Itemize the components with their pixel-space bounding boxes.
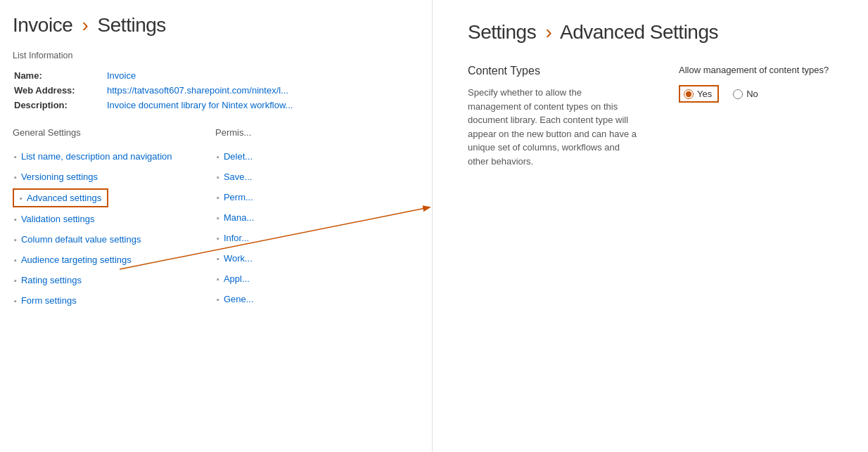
list-item-gene[interactable]: Gene... bbox=[215, 289, 418, 309]
link-rating[interactable]: Rating settings bbox=[21, 275, 82, 285]
radio-yes-wrapper: Yes bbox=[679, 85, 719, 103]
content-types-description: Specify whether to allow the management … bbox=[468, 86, 637, 168]
list-item-column-default[interactable]: Column default value settings bbox=[13, 229, 215, 250]
radio-yes-label: Yes bbox=[697, 89, 712, 99]
right-title-advanced: Advanced Settings bbox=[560, 21, 718, 43]
title-invoice: Invoice bbox=[13, 14, 72, 36]
link-audience[interactable]: Audience targeting settings bbox=[21, 254, 132, 265]
info-row-name: Name: Invoice bbox=[14, 69, 416, 82]
permissions-col: Permis... Delet... Save... Perm... Mana.… bbox=[215, 127, 418, 311]
info-label-webaddress: Web Address: bbox=[14, 84, 106, 97]
list-info-heading: List Information bbox=[13, 51, 418, 60]
info-value-webaddress: https://tatvasoft607.sharepoint.com/nint… bbox=[107, 84, 416, 97]
link-delete[interactable]: Delet... bbox=[224, 151, 253, 162]
content-types-right: Allow management of content types? Yes N… bbox=[679, 65, 829, 103]
link-manage[interactable]: Mana... bbox=[224, 212, 254, 223]
list-item-form[interactable]: Form settings bbox=[13, 290, 215, 311]
radio-no-option[interactable]: No bbox=[733, 89, 758, 99]
right-page-title: Settings › Advanced Settings bbox=[468, 21, 840, 44]
general-settings-col: General Settings List name, description … bbox=[13, 127, 215, 311]
link-name-navigation[interactable]: List name, description and navigation bbox=[21, 151, 172, 162]
list-item-audience[interactable]: Audience targeting settings bbox=[13, 250, 215, 270]
link-apply[interactable]: Appl... bbox=[224, 273, 250, 284]
list-item-infor[interactable]: Infor... bbox=[215, 228, 418, 248]
link-perm[interactable]: Perm... bbox=[224, 192, 253, 202]
list-item-versioning[interactable]: Versioning settings bbox=[13, 167, 215, 187]
list-item-work[interactable]: Work... bbox=[215, 248, 418, 269]
info-row-description: Description: Invoice document library fo… bbox=[14, 98, 416, 112]
list-item-apply[interactable]: Appl... bbox=[215, 269, 418, 289]
link-save[interactable]: Save... bbox=[224, 172, 252, 182]
settings-columns: General Settings List name, description … bbox=[13, 127, 418, 311]
list-item-save[interactable]: Save... bbox=[215, 167, 418, 187]
right-panel: Settings › Advanced Settings Content Typ… bbox=[433, 0, 868, 452]
content-types-title: Content Types bbox=[468, 65, 637, 77]
list-item-manage[interactable]: Mana... bbox=[215, 207, 418, 228]
allow-management-label: Allow management of content types? bbox=[679, 65, 829, 75]
content-types-left: Content Types Specify whether to allow t… bbox=[468, 65, 637, 168]
general-settings-heading: General Settings bbox=[13, 127, 215, 138]
right-title-settings: Settings bbox=[468, 21, 536, 43]
link-form[interactable]: Form settings bbox=[21, 295, 77, 306]
info-label-name: Name: bbox=[14, 69, 106, 82]
list-item-advanced[interactable]: Advanced settings bbox=[13, 188, 108, 207]
permissions-list: Delet... Save... Perm... Mana... Infor..… bbox=[215, 146, 418, 309]
list-item-rating[interactable]: Rating settings bbox=[13, 270, 215, 290]
info-row-webaddress: Web Address: https://tatvasoft607.sharep… bbox=[14, 84, 416, 97]
link-versioning[interactable]: Versioning settings bbox=[21, 172, 98, 182]
link-work[interactable]: Work... bbox=[224, 253, 253, 264]
content-types-section: Content Types Specify whether to allow t… bbox=[468, 65, 840, 168]
general-settings-list: List name, description and navigation Ve… bbox=[13, 146, 215, 311]
right-title-separator: › bbox=[545, 21, 551, 43]
link-validation[interactable]: Validation settings bbox=[21, 214, 95, 224]
radio-group-content-types: Yes No bbox=[679, 85, 829, 103]
radio-yes-input[interactable] bbox=[684, 89, 694, 99]
info-table: Name: Invoice Web Address: https://tatva… bbox=[13, 67, 418, 113]
radio-no-input[interactable] bbox=[733, 89, 743, 99]
radio-no-label: No bbox=[746, 89, 758, 99]
left-panel: Invoice › Settings List Information Name… bbox=[0, 0, 433, 452]
info-value-description: Invoice document library for Nintex work… bbox=[107, 98, 416, 112]
title-settings: Settings bbox=[98, 14, 166, 36]
radio-yes-option[interactable]: Yes bbox=[684, 89, 712, 99]
list-item-delete[interactable]: Delet... bbox=[215, 146, 418, 167]
list-item-validation[interactable]: Validation settings bbox=[13, 209, 215, 229]
link-column-default[interactable]: Column default value settings bbox=[21, 234, 141, 245]
page-title: Invoice › Settings bbox=[13, 14, 418, 37]
list-item-name-navigation[interactable]: List name, description and navigation bbox=[13, 146, 215, 167]
link-advanced[interactable]: Advanced settings bbox=[27, 193, 101, 203]
permissions-heading: Permis... bbox=[215, 127, 418, 138]
title-separator: › bbox=[82, 14, 89, 36]
info-label-description: Description: bbox=[14, 98, 106, 112]
link-gene[interactable]: Gene... bbox=[224, 294, 254, 304]
info-value-name: Invoice bbox=[107, 69, 416, 82]
link-infor[interactable]: Infor... bbox=[224, 233, 249, 243]
list-item-perm[interactable]: Perm... bbox=[215, 187, 418, 207]
